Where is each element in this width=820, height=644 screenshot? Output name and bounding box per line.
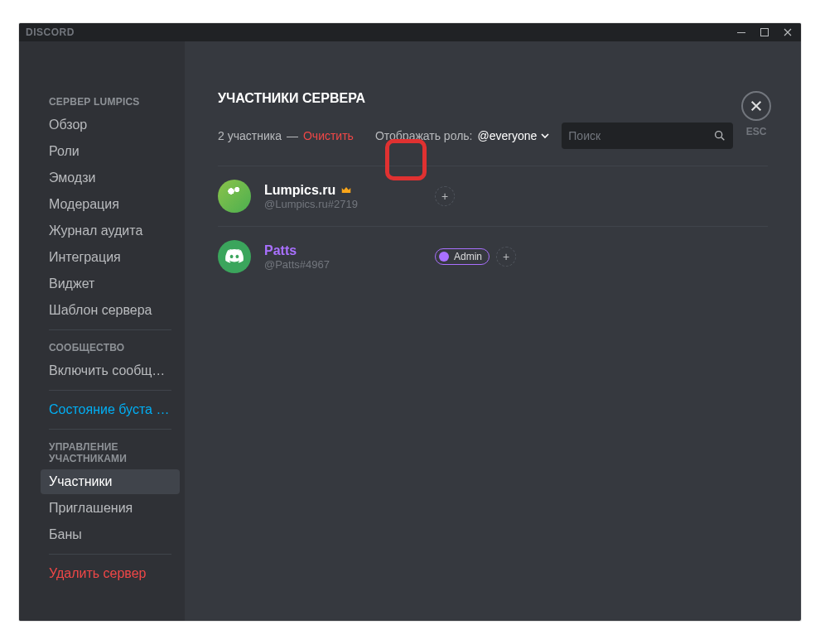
close-icon	[750, 99, 763, 113]
sidebar-item-delete-server[interactable]: Удалить сервер	[41, 561, 180, 586]
settings-wrap: СЕРВЕР LUMPICS Обзор Роли Эмодзи Модерац…	[19, 41, 801, 621]
sidebar-item-emoji[interactable]: Эмодзи	[41, 166, 180, 190]
sidebar-item-template[interactable]: Шаблон сервера	[41, 298, 180, 323]
member-name: Patts	[264, 243, 422, 258]
close-window-button[interactable]	[776, 23, 799, 41]
titlebar: DISCORD	[19, 23, 801, 41]
sidebar-item-overview[interactable]: Обзор	[41, 113, 180, 137]
member-name: Lumpics.ru	[264, 183, 422, 198]
add-role-button[interactable]: +	[496, 247, 516, 267]
member-info: Patts @Patts#4967	[264, 243, 422, 271]
sidebar-item-invites[interactable]: Приглашения	[41, 496, 180, 521]
svg-point-2	[716, 132, 722, 138]
sidebar-item-audit-log[interactable]: Журнал аудита	[41, 219, 180, 243]
sidebar-item-widget[interactable]: Виджет	[41, 272, 180, 296]
esc-label: ESC	[741, 126, 771, 137]
search-input[interactable]	[568, 129, 713, 142]
members-toolbar: 2 участника — Очистить Отображать роль: …	[218, 123, 768, 149]
filter-label: Отображать роль:	[375, 129, 473, 142]
sidebar-separator	[49, 390, 171, 391]
crown-icon	[340, 185, 352, 196]
minimize-button[interactable]	[730, 23, 753, 41]
search-icon	[713, 129, 726, 142]
settings-sidebar: СЕРВЕР LUMPICS Обзор Роли Эмодзи Модерац…	[19, 41, 185, 621]
member-info: Lumpics.ru @Lumpics.ru#2719	[264, 183, 422, 210]
close-icon	[783, 27, 793, 37]
avatar	[218, 180, 251, 213]
sidebar-header-community: СООБЩЕСТВО	[41, 337, 180, 358]
member-row[interactable]: Patts @Patts#4967 Admin +	[218, 227, 768, 286]
sidebar-item-integrations[interactable]: Интеграция	[41, 245, 180, 270]
sidebar-separator	[49, 554, 171, 555]
member-count: 2 участника	[218, 129, 282, 142]
close-tools: ESC	[741, 91, 771, 137]
sidebar-separator	[49, 429, 171, 430]
member-tag: @Lumpics.ru#2719	[264, 198, 422, 210]
sidebar-item-bans[interactable]: Баны	[41, 522, 180, 547]
page-title: УЧАСТНИКИ СЕРВЕРА	[218, 91, 768, 106]
window-controls	[730, 23, 799, 41]
minimize-icon	[736, 27, 746, 37]
role-color-dot	[439, 252, 449, 262]
discord-icon	[224, 247, 244, 267]
member-name-text: Patts	[264, 243, 297, 258]
svg-rect-1	[761, 29, 769, 36]
role-filter-dropdown[interactable]: @everyone	[477, 129, 550, 142]
sidebar-header-server: СЕРВЕР LUMPICS	[41, 91, 180, 113]
sidebar-item-roles[interactable]: Роли	[41, 139, 180, 164]
maximize-icon	[760, 27, 769, 37]
role-chip-admin[interactable]: Admin	[435, 248, 490, 265]
member-tag: @Patts#4967	[264, 258, 422, 271]
sidebar-item-boost-status[interactable]: Состояние буста серв…	[41, 397, 180, 422]
sidebar-separator	[49, 329, 171, 330]
member-row[interactable]: Lumpics.ru @Lumpics.ru#2719 +	[218, 166, 768, 226]
role-chip-label: Admin	[454, 251, 482, 262]
chevron-down-icon	[540, 131, 550, 141]
role-filter-value: @everyone	[477, 129, 537, 142]
add-role-button[interactable]: +	[435, 186, 455, 206]
avatar	[218, 240, 251, 273]
maximize-button[interactable]	[753, 23, 776, 41]
sidebar-item-moderation[interactable]: Модерация	[41, 192, 180, 217]
member-roles: +	[435, 186, 455, 206]
app-frame: DISCORD СЕРВЕР LUMPICS Обзор Роли Эмодзи…	[19, 23, 801, 621]
member-roles: Admin +	[435, 247, 516, 267]
close-settings-button[interactable]	[741, 91, 771, 121]
svg-rect-0	[737, 32, 745, 33]
search-box[interactable]	[562, 123, 733, 149]
dash: —	[287, 129, 298, 142]
content-region: УЧАСТНИКИ СЕРВЕРА 2 участника — Очистить…	[185, 41, 801, 621]
sidebar-header-user-management: УПРАВЛЕНИЕ УЧАСТНИКАМИ	[41, 436, 180, 469]
sidebar-item-enable-community[interactable]: Включить сообщество	[41, 358, 180, 383]
sidebar-item-members[interactable]: Участники	[41, 469, 180, 494]
wordmark: DISCORD	[26, 26, 75, 38]
member-name-text: Lumpics.ru	[264, 183, 335, 198]
clear-link[interactable]: Очистить	[303, 129, 354, 142]
